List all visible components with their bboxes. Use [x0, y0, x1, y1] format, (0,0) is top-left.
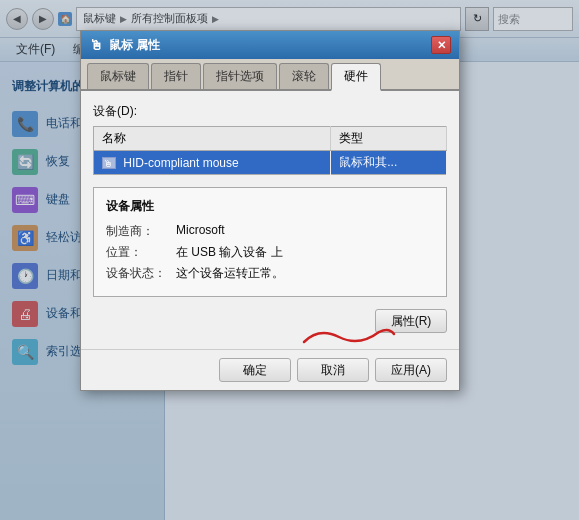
cancel-button[interactable]: 取消: [297, 358, 369, 382]
device-name-cell: 🖱 HID-compliant mouse: [94, 151, 331, 175]
dialog-title: 鼠标 属性: [109, 37, 431, 54]
tab-hardware[interactable]: 硬件: [331, 63, 381, 91]
properties-button[interactable]: 属性(R): [375, 309, 447, 333]
prop-value-status: 这个设备运转正常。: [176, 265, 284, 282]
close-button[interactable]: ✕: [431, 36, 451, 54]
tab-mouse-keys[interactable]: 鼠标键: [87, 63, 149, 89]
prop-label-location: 位置：: [106, 244, 176, 261]
device-name-value: HID-compliant mouse: [123, 156, 238, 170]
tab-pointer-options[interactable]: 指针选项: [203, 63, 277, 89]
prop-label-status: 设备状态：: [106, 265, 176, 282]
dialog-body: 设备(D): 名称 类型 🖱 HID-compliant mouse 鼠标和其.…: [81, 91, 459, 349]
tab-scroll[interactable]: 滚轮: [279, 63, 329, 89]
device-type-cell: 鼠标和其...: [331, 151, 447, 175]
tab-bar: 鼠标键 指针 指针选项 滚轮 硬件: [81, 59, 459, 91]
device-row-icon: 🖱: [102, 157, 116, 169]
col-type: 类型: [331, 127, 447, 151]
prop-row-location: 位置： 在 USB 输入设备 上: [106, 244, 434, 261]
prop-label-manufacturer: 制造商：: [106, 223, 176, 240]
prop-row-status: 设备状态： 这个设备运转正常。: [106, 265, 434, 282]
prop-row-manufacturer: 制造商： Microsoft: [106, 223, 434, 240]
device-table: 名称 类型 🖱 HID-compliant mouse 鼠标和其...: [93, 126, 447, 175]
table-row[interactable]: 🖱 HID-compliant mouse 鼠标和其...: [94, 151, 447, 175]
prop-value-manufacturer: Microsoft: [176, 223, 225, 240]
tab-pointer[interactable]: 指针: [151, 63, 201, 89]
col-name: 名称: [94, 127, 331, 151]
prop-value-location: 在 USB 输入设备 上: [176, 244, 283, 261]
table-header-row: 名称 类型: [94, 127, 447, 151]
device-properties-box: 设备属性 制造商： Microsoft 位置： 在 USB 输入设备 上 设备状…: [93, 187, 447, 297]
dialog-mouse-icon: 🖱: [89, 37, 105, 53]
apply-button[interactable]: 应用(A): [375, 358, 447, 382]
dialog-footer-buttons: 确定 取消 应用(A): [81, 349, 459, 390]
dialog-titlebar: 🖱 鼠标 属性 ✕: [81, 31, 459, 59]
mouse-properties-dialog: 🖱 鼠标 属性 ✕ 鼠标键 指针 指针选项 滚轮 硬件 设备(D): 名称 类型…: [80, 30, 460, 391]
properties-btn-row: 属性(R): [93, 309, 447, 337]
ok-button[interactable]: 确定: [219, 358, 291, 382]
device-section-label: 设备(D):: [93, 103, 447, 120]
properties-title: 设备属性: [106, 198, 434, 215]
